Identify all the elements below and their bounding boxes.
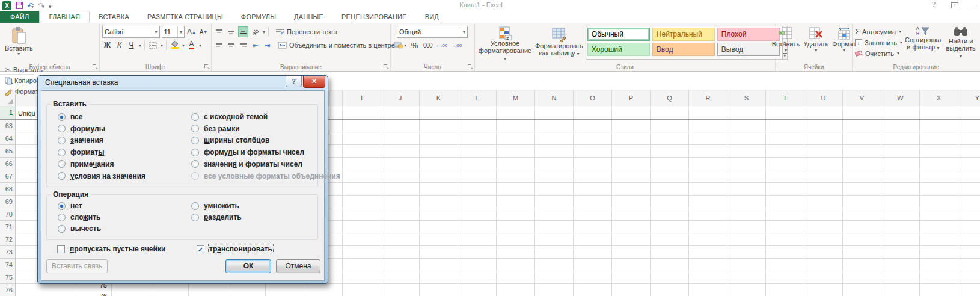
radio-значения-и-форматы-чисел[interactable]: значения и форматы чисел	[191, 159, 302, 169]
borders-button[interactable]	[148, 40, 158, 51]
radio-разделить[interactable]: разделить	[191, 212, 242, 222]
column-header-j[interactable]: J	[381, 90, 420, 106]
decrease-indent-button[interactable]: ⇤	[250, 40, 260, 51]
find-select-button[interactable]: Найти и выделить ▾	[943, 25, 978, 63]
dialog-close-button[interactable]: ✕	[303, 76, 325, 88]
column-header-k[interactable]: K	[420, 90, 458, 106]
ribbon-display-options-button[interactable]: ↑	[947, 1, 963, 8]
column-header-p[interactable]: P	[612, 90, 651, 106]
radio-icon[interactable]	[191, 125, 199, 132]
undo-button[interactable]: ↶▾	[27, 0, 34, 11]
row-header-65[interactable]: 65	[0, 145, 16, 158]
style-chip-ввод[interactable]: Ввод	[652, 43, 715, 56]
radio-icon[interactable]	[58, 214, 66, 221]
fill-button[interactable]: ↓ Заполнить ▾	[855, 37, 902, 48]
column-header-y[interactable]: Y	[958, 90, 980, 106]
grow-font-button[interactable]: А▲	[186, 26, 197, 37]
radio-условия-на-значения[interactable]: условия на значения	[58, 171, 145, 181]
row-header-76[interactable]: 76	[0, 284, 16, 296]
tab-главная[interactable]: ГЛАВНАЯ	[39, 11, 90, 23]
radio-icon[interactable]	[191, 172, 199, 180]
column-header-i[interactable]: I	[343, 90, 381, 106]
row-header-75[interactable]: 75	[0, 271, 16, 284]
align-left-button[interactable]	[214, 40, 224, 51]
percent-style-button[interactable]: %	[409, 40, 420, 51]
radio-умножить[interactable]: умножить	[191, 201, 239, 211]
radio-форматы[interactable]: форматы	[58, 147, 104, 157]
style-chip-хороший[interactable]: Хороший	[587, 43, 650, 56]
number-format-combo[interactable]: Общий ▾	[397, 26, 468, 38]
column-header-v[interactable]: V	[843, 90, 881, 106]
wrap-text-button[interactable]: Перенести текст	[275, 26, 338, 38]
align-bottom-button[interactable]	[238, 26, 248, 37]
column-header-u[interactable]: U	[804, 90, 843, 106]
help-button[interactable]: ?	[926, 1, 942, 8]
tab-файл[interactable]: ФАЙЛ	[0, 11, 39, 23]
column-header-m[interactable]: M	[497, 90, 535, 106]
dialog-launcher-icon[interactable]	[382, 63, 389, 70]
dialog-launcher-icon[interactable]	[91, 63, 98, 70]
radio-icon[interactable]	[58, 137, 66, 144]
tab-данные[interactable]: ДАННЫЕ	[285, 11, 332, 23]
increase-indent-button[interactable]: ⇥	[262, 40, 272, 51]
radio-формулы-и-форматы-чисел[interactable]: формулы и форматы чисел	[191, 147, 304, 157]
radio-формулы[interactable]: формулы	[58, 124, 105, 134]
font-color-button[interactable]: А	[186, 40, 197, 51]
row-header-64[interactable]: 64	[0, 132, 16, 145]
decrease-decimal-button[interactable]: →,00	[450, 40, 462, 51]
tab-вставка[interactable]: ВСТАВКА	[90, 11, 138, 23]
orientation-button[interactable]: ab	[250, 26, 260, 37]
column-header-l[interactable]: L	[458, 90, 497, 106]
radio-icon[interactable]	[191, 137, 199, 144]
dialog-launcher-icon[interactable]	[203, 63, 210, 70]
style-chip-обычный[interactable]: Обычный	[587, 28, 650, 41]
row-header-63[interactable]: 63	[0, 120, 16, 132]
align-right-button[interactable]	[238, 40, 248, 51]
tab-вид[interactable]: ВИД	[416, 11, 448, 23]
paste-button[interactable]: Вставить ▾	[2, 25, 35, 63]
ok-button[interactable]: ОК	[225, 259, 271, 273]
radio-нет[interactable]: нет	[58, 201, 82, 211]
underline-button[interactable]: Ч	[126, 40, 136, 51]
row-header-69[interactable]: 69	[0, 196, 16, 208]
checkbox-unchecked-icon[interactable]	[57, 245, 65, 253]
row-header-74[interactable]: 74	[0, 259, 16, 271]
radio-icon[interactable]	[58, 125, 66, 132]
font-size-combo[interactable]: 11 ▾	[162, 26, 185, 38]
radio-icon[interactable]	[58, 160, 66, 168]
insert-cells-button[interactable]: Вставить ▾	[770, 25, 802, 63]
shrink-font-button[interactable]: А▼	[198, 26, 209, 37]
tab-разметка-страницы[interactable]: РАЗМЕТКА СТРАНИЦЫ	[138, 11, 232, 23]
radio-сложить[interactable]: сложить	[58, 212, 100, 222]
fill-color-button[interactable]	[170, 40, 180, 51]
column-header-n[interactable]: N	[535, 90, 574, 106]
sort-filter-button[interactable]: АЯ Сортировка и фильтр ▾	[902, 25, 943, 63]
radio-с-исходной-темой[interactable]: с исходной темой	[191, 112, 268, 122]
checkbox-пропускать-пустые-ячейки[interactable]: пропускать пустые ячейки	[57, 244, 165, 254]
autosum-button[interactable]: Σ Автосумма ▾	[855, 26, 902, 37]
save-button[interactable]	[16, 2, 23, 9]
radio-icon[interactable]	[191, 160, 199, 168]
comma-style-button[interactable]: 000	[423, 40, 433, 51]
column-header-x[interactable]: X	[920, 90, 958, 106]
radio-icon[interactable]	[58, 172, 66, 180]
radio-icon[interactable]	[191, 149, 199, 156]
radio-icon[interactable]	[191, 214, 199, 221]
style-chip-нейтральный[interactable]: Нейтральный	[652, 28, 715, 41]
align-middle-button[interactable]	[226, 26, 236, 37]
clear-button[interactable]: Очистить ▾	[855, 48, 902, 58]
row-header-72[interactable]: 72	[0, 233, 16, 246]
minimize-button[interactable]: —	[966, 1, 980, 8]
dialog-launcher-icon[interactable]	[467, 63, 473, 70]
conditional-formatting-button[interactable]: ≠ Условное форматирование ▾	[477, 25, 533, 63]
cancel-button[interactable]: Отмена	[276, 259, 320, 273]
radio-примечания[interactable]: примечания	[58, 159, 114, 169]
format-as-table-button[interactable]: Форматировать как таблицу ▾	[533, 25, 586, 63]
checkbox-checked-icon[interactable]: ✓	[197, 245, 204, 253]
row-header-1[interactable]: 1	[0, 106, 16, 120]
column-header-s[interactable]: S	[727, 90, 766, 106]
row-header-71[interactable]: 71	[0, 221, 16, 233]
radio-ширины-столбцов[interactable]: ширины столбцов	[191, 135, 269, 145]
radio-selected-icon[interactable]	[58, 202, 66, 210]
bold-button[interactable]: Ж	[102, 40, 112, 51]
